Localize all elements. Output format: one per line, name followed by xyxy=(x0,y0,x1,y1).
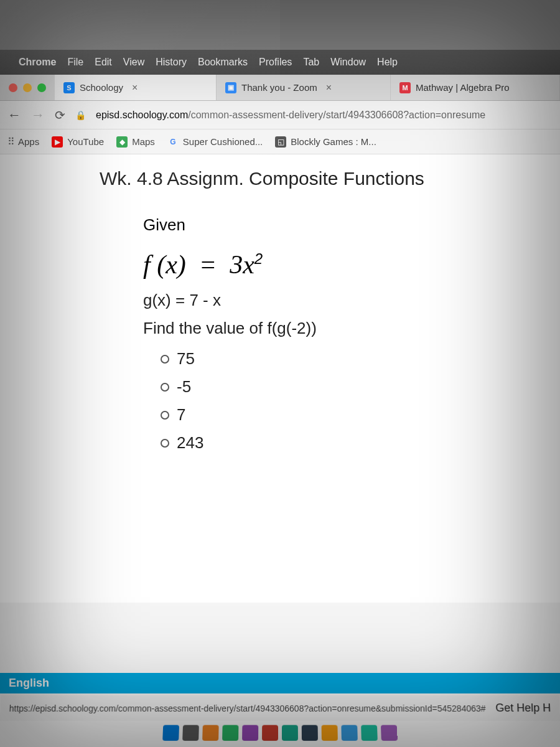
google-icon: G xyxy=(167,136,179,148)
formula-fx: f (x) = 3x2 xyxy=(143,250,548,280)
taskbar-icon[interactable] xyxy=(262,725,278,741)
radio-icon xyxy=(161,411,169,420)
get-help-link[interactable]: Get Help H xyxy=(495,702,551,715)
youtube-icon: ▶ xyxy=(52,136,63,148)
taskbar-icon[interactable] xyxy=(162,725,179,741)
url-field[interactable]: episd.schoology.com/common-assessment-de… xyxy=(96,110,553,121)
tab-title: Mathway | Algebra Pro xyxy=(416,82,510,93)
radio-icon xyxy=(161,383,169,392)
answer-options: 75 -5 7 243 xyxy=(143,349,548,453)
apps-shortcut[interactable]: ⠿ Apps xyxy=(7,136,39,148)
find-prompt: Find the value of f(g(-2)) xyxy=(143,319,548,338)
menu-app[interactable]: Chrome xyxy=(19,57,56,68)
tab-title: Schoology xyxy=(80,82,123,93)
taskbar-icon[interactable] xyxy=(202,725,219,741)
language-bar[interactable]: English xyxy=(0,673,560,693)
taskbar-icon[interactable] xyxy=(381,725,398,741)
mathway-favicon-icon: M xyxy=(399,82,411,93)
menu-file[interactable]: File xyxy=(67,57,83,68)
radio-icon xyxy=(161,439,169,448)
menu-edit[interactable]: Edit xyxy=(95,57,112,68)
window-controls xyxy=(0,83,55,92)
zoom-favicon-icon: ▣ xyxy=(225,82,236,93)
address-bar: ← → ⟳ 🔒 episd.schoology.com/common-asses… xyxy=(0,101,560,129)
windows-taskbar xyxy=(0,723,560,743)
tab-schoology[interactable]: S Schoology × xyxy=(55,75,217,100)
tab-title: Thank you - Zoom xyxy=(241,82,317,93)
minimize-window-button[interactable] xyxy=(23,83,32,92)
menu-profiles[interactable]: Profiles xyxy=(259,57,292,68)
bookmark-super-cushioned[interactable]: G Super Cushioned... xyxy=(167,136,263,148)
taskbar-icon[interactable] xyxy=(242,725,258,741)
given-label: Given xyxy=(143,215,548,235)
bookmarks-bar: ⠿ Apps ▶ YouTube ◆ Maps G Super Cushione… xyxy=(0,129,560,154)
close-window-button[interactable] xyxy=(9,83,17,92)
maps-icon: ◆ xyxy=(116,136,128,148)
taskbar-icon[interactable] xyxy=(361,725,378,741)
bookmark-youtube[interactable]: ▶ YouTube xyxy=(52,136,104,148)
menu-view[interactable]: View xyxy=(123,57,144,68)
formula-gx: g(x) = 7 - x xyxy=(143,291,548,310)
browser-tab-strip: S Schoology × ▣ Thank you - Zoom × M Mat… xyxy=(0,75,560,101)
menu-help[interactable]: Help xyxy=(377,57,398,68)
reload-button[interactable]: ⟳ xyxy=(55,108,65,123)
option-a[interactable]: 75 xyxy=(161,349,548,369)
option-c[interactable]: 7 xyxy=(161,405,548,425)
forward-button[interactable]: → xyxy=(31,107,45,123)
bookmark-blockly[interactable]: ◱ Blockly Games : M... xyxy=(275,136,376,148)
blockly-icon: ◱ xyxy=(275,136,286,148)
menu-tab[interactable]: Tab xyxy=(303,57,319,68)
macos-menubar: Chrome File Edit View History Bookmarks … xyxy=(0,50,560,75)
assignment-title: Wk. 4.8 Assignm. Composite Functions xyxy=(100,168,548,189)
menu-window[interactable]: Window xyxy=(330,57,366,68)
page-content: Wk. 4.8 Assignm. Composite Functions Giv… xyxy=(0,154,560,603)
schoology-favicon-icon: S xyxy=(63,82,75,93)
close-tab-icon[interactable]: × xyxy=(326,82,332,93)
taskbar-icon[interactable] xyxy=(282,725,298,741)
option-d[interactable]: 243 xyxy=(161,433,548,453)
status-url: https://episd.schoology.com/common-asses… xyxy=(9,703,485,713)
radio-icon xyxy=(161,355,169,364)
menu-history[interactable]: History xyxy=(156,57,187,68)
status-bar: https://episd.schoology.com/common-asses… xyxy=(0,695,560,721)
question-block: Given f (x) = 3x2 g(x) = 7 - x Find the … xyxy=(100,215,548,453)
apps-grid-icon: ⠿ xyxy=(7,136,14,148)
taskbar-icon[interactable] xyxy=(182,725,199,741)
menu-bookmarks[interactable]: Bookmarks xyxy=(198,57,248,68)
maximize-window-button[interactable] xyxy=(37,83,46,92)
close-tab-icon[interactable]: × xyxy=(132,82,138,93)
taskbar-icon[interactable] xyxy=(322,725,338,741)
taskbar-icon[interactable] xyxy=(222,725,238,741)
taskbar-icon[interactable] xyxy=(302,725,318,741)
option-b[interactable]: -5 xyxy=(161,377,548,397)
back-button[interactable]: ← xyxy=(7,107,21,123)
bookmark-maps[interactable]: ◆ Maps xyxy=(116,136,155,148)
tab-zoom[interactable]: ▣ Thank you - Zoom × xyxy=(217,75,391,100)
lock-icon[interactable]: 🔒 xyxy=(75,110,86,120)
taskbar-icon[interactable] xyxy=(341,725,358,741)
tab-mathway[interactable]: M Mathway | Algebra Pro xyxy=(391,75,560,100)
